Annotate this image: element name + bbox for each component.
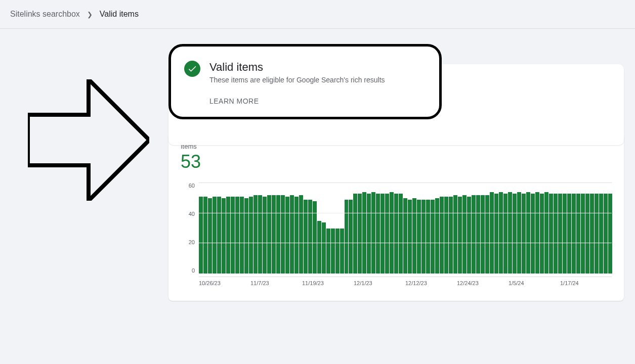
chart-bar: [581, 194, 585, 274]
chart-bar: [490, 192, 494, 274]
valid-items-title: Valid items: [209, 61, 385, 74]
chart-bar: [240, 197, 244, 274]
chart-bar: [544, 192, 548, 274]
chart-bar: [531, 194, 535, 274]
y-tick: 20: [189, 239, 195, 245]
learn-more-button[interactable]: LEARN MORE: [209, 97, 259, 105]
chart-bar: [522, 194, 526, 274]
chart-bar: [481, 195, 485, 274]
chart-bar: [385, 194, 389, 274]
chart-bar: [585, 194, 589, 274]
x-tick: 11/7/23: [250, 277, 302, 289]
chart-plot: 6040200 10/26/2311/7/2311/19/2312/1/2312…: [181, 183, 612, 289]
chart-bar: [335, 229, 340, 274]
chart-bar: [304, 200, 308, 274]
chart-bar: [576, 194, 580, 274]
y-tick: 40: [189, 211, 195, 217]
chart-bar: [390, 192, 394, 274]
valid-items-subtitle: These items are eligible for Google Sear…: [209, 76, 385, 84]
chart-bar: [608, 194, 612, 274]
chart-bar: [399, 194, 403, 274]
chart-bar: [226, 197, 230, 274]
chart-bar: [263, 197, 267, 274]
chart-bar: [199, 197, 203, 274]
chart-bar: [345, 200, 349, 274]
chart-bar: [285, 197, 289, 274]
chart-bar: [590, 194, 594, 274]
chart-bar: [308, 200, 312, 274]
chart-bar: [340, 229, 344, 274]
chart-bar: [440, 197, 444, 274]
chart-bar: [458, 197, 462, 274]
chart-bar: [572, 194, 576, 274]
valid-items-section: Valid items These items are eligible for…: [168, 44, 624, 119]
chart-bar: [267, 195, 271, 274]
checkmark-icon: [184, 61, 200, 77]
chart-bar: [417, 200, 421, 274]
chart-bar: [595, 194, 599, 274]
y-tick: 60: [189, 183, 195, 189]
chart-bar: [494, 194, 498, 274]
chart-bar: [249, 197, 253, 274]
breadcrumb: Sitelinks searchbox ❯ Valid items: [0, 0, 635, 29]
chart-bar: [331, 229, 335, 274]
chart-bar: [513, 194, 517, 274]
chart-bar: [503, 194, 507, 274]
chart-bar: [549, 194, 553, 274]
chart-bar: [449, 197, 453, 274]
chart-bar: [362, 192, 366, 274]
chart-bar: [222, 198, 226, 274]
chart-bar: [235, 197, 239, 274]
chart-bar: [317, 221, 321, 274]
chart-bar: [435, 198, 439, 274]
chart-bar: [272, 195, 276, 274]
chart-bar: [421, 200, 426, 274]
x-tick: 11/19/23: [302, 277, 354, 289]
chart-bar: [567, 194, 571, 274]
chart-bar: [604, 194, 608, 274]
chart-bar: [462, 195, 467, 274]
chart-bar: [599, 194, 603, 274]
chart-bar: [367, 194, 371, 274]
chart-bar: [281, 195, 285, 274]
chart-bar: [403, 198, 407, 274]
chart-bar: [535, 192, 539, 274]
y-tick: 0: [192, 267, 195, 274]
chart-bar: [431, 200, 435, 274]
chart-bar: [558, 194, 562, 274]
chart-bar: [485, 195, 489, 274]
chart-bar: [472, 195, 476, 274]
arrow-annotation-icon: [28, 79, 149, 201]
chart-bar: [290, 195, 294, 274]
x-tick: 1/17/24: [560, 277, 612, 289]
x-tick: 12/24/23: [457, 277, 509, 289]
chart-bar: [208, 198, 212, 274]
chart-bar: [376, 194, 380, 274]
chart-bar: [540, 194, 544, 274]
chart-bar: [453, 195, 457, 274]
chart-bar: [526, 192, 530, 274]
x-tick: 12/12/23: [405, 277, 457, 289]
x-tick: 12/1/23: [354, 277, 405, 289]
chart-bar: [408, 200, 412, 274]
chart-bar: [253, 195, 258, 274]
breadcrumb-parent[interactable]: Sitelinks searchbox: [10, 10, 80, 19]
chart-bar: [217, 197, 221, 274]
chart-bar: [444, 197, 448, 274]
chart-bar: [326, 229, 330, 274]
chart-bar: [554, 194, 558, 274]
chart-bar: [426, 200, 430, 274]
chart-bar: [517, 192, 521, 274]
chart-bar: [371, 192, 375, 274]
chart-bar: [563, 194, 567, 274]
chart-bar: [499, 192, 503, 274]
chart-bar: [276, 195, 280, 274]
valid-items-card: Valid items These items are eligible for…: [168, 44, 442, 119]
chart-bar: [299, 195, 303, 274]
chart-bar: [476, 195, 480, 274]
chart-bar: [322, 222, 326, 274]
chart-bar: [244, 198, 248, 274]
chart-bar: [353, 194, 357, 274]
chart-bar: [358, 194, 362, 274]
chart-bar: [258, 195, 262, 274]
